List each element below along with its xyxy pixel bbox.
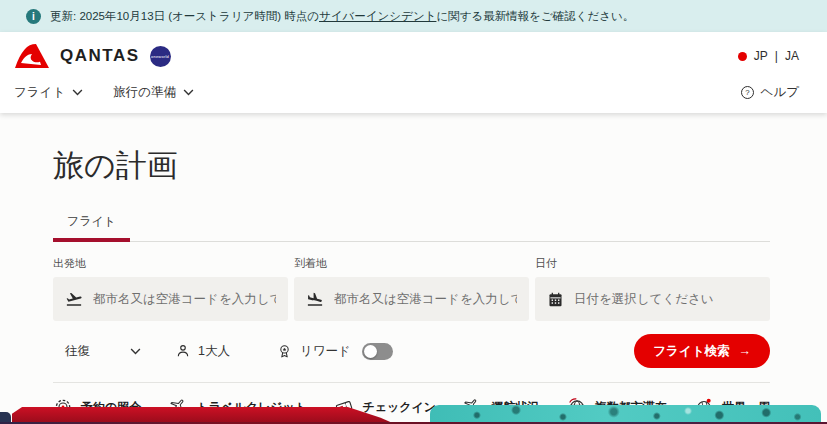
departure-label: 出発地 — [53, 256, 288, 271]
qantas-logo[interactable]: QANTAS oneworld — [14, 43, 171, 69]
arrow-right-icon: → — [739, 344, 752, 358]
svg-text:?: ? — [745, 88, 750, 97]
chevron-down-icon — [130, 348, 141, 355]
locale-separator: | — [775, 49, 778, 63]
oneworld-logo: oneworld — [150, 46, 171, 67]
search-form: 出発地 到着地 日付 — [53, 256, 770, 321]
brand-wordmark: QANTAS — [60, 46, 140, 66]
flight-takeoff-icon — [65, 290, 83, 308]
departure-field: 出発地 — [53, 256, 288, 321]
trip-type-value: 往復 — [65, 343, 90, 360]
date-label: 日付 — [535, 256, 770, 271]
notice-banner: i 更新: 2025年10月13日 (オーストラリア時間) 時点のサイバーインシ… — [0, 0, 827, 32]
arrival-field: 到着地 — [294, 256, 529, 321]
promo-card-reef-image[interactable] — [430, 405, 821, 422]
date-input[interactable] — [574, 292, 758, 306]
nav-item-flights[interactable]: フライト — [14, 84, 83, 101]
nav-item-label: 旅行の準備 — [113, 84, 176, 101]
nav-item-label: フライト — [14, 84, 65, 101]
flight-land-icon — [306, 290, 324, 308]
tab-flights[interactable]: フライト — [53, 213, 130, 242]
promo-card-navy[interactable] — [0, 412, 11, 422]
notice-text-before: 更新: 2025年10月13日 (オーストラリア時間) 時点の — [50, 10, 319, 22]
search-button-label: フライト検索 — [653, 343, 729, 360]
main-nav: フライト 旅行の準備 — [14, 84, 194, 101]
rewards-option: リワード — [276, 343, 393, 360]
site-header: QANTAS oneworld JP | JA フライト 旅行の準備 ? — [0, 32, 827, 113]
help-button[interactable]: ? ヘルプ — [740, 84, 799, 101]
arrival-input[interactable] — [334, 292, 517, 306]
locale-country[interactable]: JP — [754, 49, 768, 63]
departure-input[interactable] — [93, 292, 276, 306]
booking-widget: 旅の計画 フライト 出発地 到着地 日付 — [0, 145, 827, 417]
page-title: 旅の計画 — [53, 145, 770, 187]
date-field: 日付 — [535, 256, 770, 321]
passenger-value: 1大人 — [198, 343, 230, 360]
japan-flag-dot-icon — [738, 52, 747, 61]
toggle-knob — [364, 345, 377, 358]
rewards-label: リワード — [300, 343, 351, 360]
search-options: 往復 1大人 リワード フライト検索 → — [53, 334, 770, 368]
person-icon — [175, 343, 191, 359]
chevron-down-icon — [183, 89, 194, 96]
section-divider — [53, 382, 770, 383]
passenger-selector[interactable]: 1大人 — [175, 343, 230, 360]
trip-type-select[interactable]: 往復 — [53, 343, 141, 360]
flight-search-button[interactable]: フライト検索 → — [634, 334, 770, 368]
date-input-box[interactable] — [535, 277, 770, 321]
arrival-input-box[interactable] — [294, 277, 529, 321]
notice-text: 更新: 2025年10月13日 (オーストラリア時間) 時点のサイバーインシデン… — [50, 9, 634, 24]
tab-bar: フライト — [53, 211, 770, 242]
calendar-icon — [547, 291, 564, 308]
chevron-down-icon — [72, 89, 83, 96]
departure-input-box[interactable] — [53, 277, 288, 321]
locale-selector[interactable]: JP | JA — [738, 49, 799, 63]
question-circle-icon: ? — [740, 85, 755, 100]
cyber-incident-link[interactable]: サイバーインシデント — [319, 10, 436, 22]
award-medal-icon — [276, 343, 293, 360]
locale-language[interactable]: JA — [785, 49, 799, 63]
arrival-label: 到着地 — [294, 256, 529, 271]
quick-link-label: チェックイン — [362, 399, 436, 416]
rewards-toggle[interactable] — [362, 343, 393, 360]
nav-item-trip-preparation[interactable]: 旅行の準備 — [113, 84, 194, 101]
info-icon: i — [26, 9, 41, 24]
kangaroo-icon — [14, 43, 50, 69]
help-label: ヘルプ — [761, 84, 799, 101]
notice-text-after: に関する最新情報をご確認ください。 — [436, 10, 634, 22]
promo-card-red[interactable] — [12, 407, 398, 422]
